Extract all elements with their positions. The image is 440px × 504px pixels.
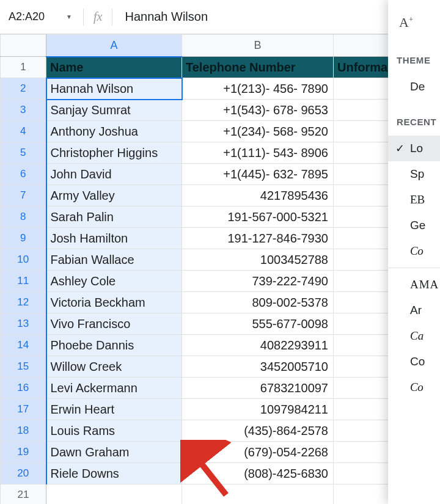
cell[interactable] (334, 249, 392, 271)
cell[interactable] (334, 292, 392, 313)
add-font-icon[interactable]: A+ (388, 15, 440, 31)
cell[interactable] (182, 484, 334, 505)
cell[interactable]: (679)-054-2268 (182, 442, 334, 463)
row-header[interactable]: 17 (1, 399, 46, 420)
cell[interactable]: Unforma (334, 57, 392, 78)
cell[interactable]: 809-002-5378 (182, 292, 334, 313)
cell[interactable] (334, 185, 392, 206)
cell[interactable]: Vivo Francisco (46, 313, 182, 335)
cell[interactable] (334, 378, 392, 399)
cell[interactable] (334, 399, 392, 420)
cell[interactable]: +1(445)- 632- 7895 (182, 164, 334, 185)
cell[interactable] (46, 484, 182, 505)
cell[interactable] (334, 442, 392, 463)
cell[interactable]: John David (46, 164, 182, 185)
cell[interactable] (334, 164, 392, 185)
cell[interactable]: Ashley Cole (46, 271, 182, 292)
spreadsheet-grid[interactable]: A B 1 Name Telephone Number Unforma 2 Ha… (0, 34, 440, 504)
cell[interactable] (334, 335, 392, 356)
font-option[interactable]: Lo (388, 136, 440, 161)
row-header[interactable]: 3 (1, 100, 46, 121)
font-option[interactable]: Ar (388, 298, 440, 323)
font-option[interactable]: EB (388, 187, 440, 213)
cell[interactable]: 191-127-846-7930 (182, 228, 334, 249)
cell[interactable]: (808)-425-6830 (182, 463, 334, 484)
cell[interactable]: Josh Hamilton (46, 228, 182, 249)
cell[interactable]: Phoebe Dannis (46, 335, 182, 356)
row-header[interactable]: 14 (1, 335, 46, 356)
cell[interactable] (334, 206, 392, 228)
font-option[interactable]: De (388, 74, 440, 100)
row-header[interactable]: 19 (1, 442, 46, 463)
cell[interactable]: 4217895436 (182, 185, 334, 206)
row-header[interactable]: 10 (1, 249, 46, 271)
row-header[interactable]: 20 (1, 463, 46, 484)
cell[interactable]: Anthony Joshua (46, 121, 182, 142)
cell[interactable] (334, 100, 392, 121)
font-option[interactable]: Co (388, 349, 440, 374)
row-header[interactable]: 7 (1, 185, 46, 206)
cell[interactable]: Christopher Higgins (46, 142, 182, 164)
cell[interactable]: 555-677-0098 (182, 313, 334, 335)
cell[interactable] (334, 463, 392, 484)
cell[interactable]: Dawn Graham (46, 442, 182, 463)
row-header[interactable]: 15 (1, 356, 46, 378)
cell[interactable]: Telephone Number (182, 57, 334, 78)
row-header[interactable]: 12 (1, 292, 46, 313)
column-header-B[interactable]: B (182, 35, 334, 57)
font-option[interactable]: Ca (388, 323, 440, 349)
cell[interactable] (334, 142, 392, 164)
row-header[interactable]: 1 (1, 57, 46, 78)
cell[interactable]: (435)-864-2578 (182, 420, 334, 442)
column-header-A[interactable]: A (46, 35, 182, 57)
cell[interactable]: Levi Ackermann (46, 378, 182, 399)
cell[interactable]: +1(213)- 456- 7890 (182, 78, 334, 100)
row-header[interactable]: 8 (1, 206, 46, 228)
cell[interactable]: Army Valley (46, 185, 182, 206)
cell[interactable] (334, 78, 392, 100)
font-option[interactable]: AMA (388, 272, 440, 298)
row-header[interactable]: 4 (1, 121, 46, 142)
cell[interactable]: Sanjay Sumrat (46, 100, 182, 121)
cell[interactable] (334, 271, 392, 292)
cell[interactable]: 739-222-7490 (182, 271, 334, 292)
row-header[interactable]: 21 (1, 484, 46, 505)
cell[interactable]: +1(111)- 543- 8906 (182, 142, 334, 164)
font-option[interactable]: Ge (388, 213, 440, 238)
cell[interactable]: Erwin Heart (46, 399, 182, 420)
cell[interactable]: Victoria Beckham (46, 292, 182, 313)
cell[interactable] (334, 356, 392, 378)
cell[interactable] (334, 228, 392, 249)
cell[interactable]: +1(543)- 678- 9653 (182, 100, 334, 121)
row-header[interactable]: 5 (1, 142, 46, 164)
font-option[interactable]: Co (388, 374, 440, 400)
row-header[interactable]: 2 (1, 78, 46, 100)
cell[interactable]: 4082293911 (182, 335, 334, 356)
cell[interactable]: Hannah Wilson (46, 78, 182, 100)
chevron-down-icon[interactable]: ▼ (66, 13, 72, 20)
cell[interactable]: 191-567-000-5321 (182, 206, 334, 228)
cell[interactable]: +1(234)- 568- 9520 (182, 121, 334, 142)
cell[interactable]: Willow Creek (46, 356, 182, 378)
cell[interactable]: 1003452788 (182, 249, 334, 271)
cell[interactable]: Name (46, 57, 182, 78)
font-option[interactable]: Sp (388, 161, 440, 187)
select-all-corner[interactable] (1, 35, 46, 57)
cell[interactable] (334, 121, 392, 142)
row-header[interactable]: 6 (1, 164, 46, 185)
row-header[interactable]: 9 (1, 228, 46, 249)
cell[interactable]: Fabian Wallace (46, 249, 182, 271)
name-box[interactable]: A2:A20 ▼ (5, 6, 78, 28)
cell[interactable]: Riele Downs (46, 463, 182, 484)
fx-icon[interactable]: fx (89, 10, 107, 24)
row-header[interactable]: 16 (1, 378, 46, 399)
cell[interactable]: 6783210097 (182, 378, 334, 399)
row-header[interactable]: 13 (1, 313, 46, 335)
row-header[interactable]: 11 (1, 271, 46, 292)
font-option[interactable]: Co (388, 238, 440, 264)
cell[interactable]: 3452005710 (182, 356, 334, 378)
cell[interactable] (334, 420, 392, 442)
cell[interactable]: Sarah Palin (46, 206, 182, 228)
cell[interactable] (334, 313, 392, 335)
cell[interactable]: Louis Rams (46, 420, 182, 442)
